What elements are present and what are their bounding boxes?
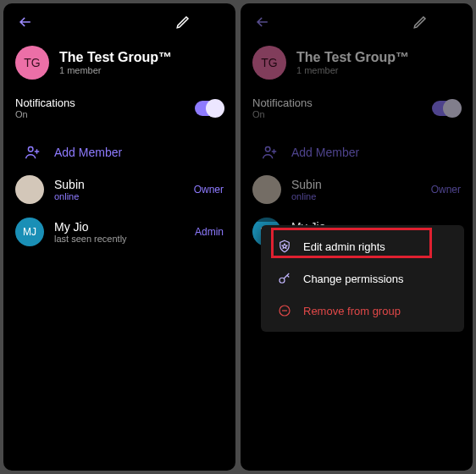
member-avatar-0: [252, 175, 281, 204]
group-avatar: TG: [15, 46, 49, 80]
svg-point-6: [450, 25, 451, 27]
member-name-1: My Jio: [54, 220, 190, 234]
shield-star-icon: [273, 239, 296, 254]
notifications-label: Notifications: [15, 96, 195, 109]
member-role-1: Admin: [195, 226, 224, 238]
svg-point-3: [28, 147, 33, 152]
ctx-change-permissions[interactable]: Change permissions: [261, 262, 464, 295]
notifications-value: On: [252, 109, 432, 119]
topbar: [241, 3, 473, 41]
svg-point-0: [213, 17, 214, 19]
member-status-0: online: [291, 191, 426, 201]
more-button[interactable]: [435, 7, 466, 37]
svg-point-2: [213, 25, 214, 27]
ctx-remove-label: Remove from group: [303, 305, 401, 317]
svg-point-1: [213, 21, 214, 23]
svg-point-8: [280, 278, 285, 283]
member-avatar-0: [15, 175, 44, 204]
add-member-icon: [252, 143, 286, 162]
svg-point-5: [450, 21, 451, 23]
ctx-edit-admin-rights[interactable]: Edit admin rights: [261, 230, 464, 262]
member-row-1[interactable]: MJ My Jio last seen recently Admin: [3, 211, 235, 253]
member-role-0: Owner: [431, 184, 461, 196]
member-role-0: Owner: [194, 184, 224, 196]
ctx-change-permissions-label: Change permissions: [303, 273, 404, 285]
group-title: The Test Group™: [296, 50, 409, 65]
group-member-count: 1 member: [296, 65, 409, 75]
svg-point-4: [450, 17, 451, 19]
member-name-0: Subin: [54, 178, 189, 191]
group-avatar: TG: [252, 46, 286, 80]
add-member-label: Add Member: [291, 146, 359, 159]
context-menu: Edit admin rights Change permissions Rem…: [261, 225, 464, 332]
add-member-row[interactable]: Add Member: [3, 136, 235, 168]
add-member-row[interactable]: Add Member: [241, 136, 473, 168]
member-row-0[interactable]: Subin online Owner: [241, 168, 473, 211]
notifications-row[interactable]: Notifications On: [3, 91, 235, 128]
phone-right: TG The Test Group™ 1 member Notification…: [241, 3, 473, 471]
notifications-toggle[interactable]: [195, 101, 224, 116]
ctx-remove-from-group[interactable]: Remove from group: [261, 295, 464, 327]
edit-button[interactable]: [405, 7, 435, 37]
notifications-label: Notifications: [252, 96, 432, 109]
member-status-0: online: [54, 191, 189, 201]
notifications-row[interactable]: Notifications On: [241, 91, 473, 128]
add-member-icon: [15, 143, 49, 162]
more-button[interactable]: [198, 7, 229, 37]
back-button[interactable]: [247, 7, 278, 37]
group-header: TG The Test Group™ 1 member: [241, 41, 473, 91]
svg-point-7: [265, 147, 270, 152]
add-member-label: Add Member: [54, 146, 122, 159]
member-status-1: last seen recently: [54, 234, 190, 244]
member-row-0[interactable]: Subin online Owner: [3, 168, 235, 211]
remove-icon: [273, 303, 296, 318]
notifications-value: On: [15, 109, 195, 119]
member-name-0: Subin: [291, 178, 426, 191]
phone-left: TG The Test Group™ 1 member Notification…: [3, 3, 235, 471]
back-button[interactable]: [10, 7, 41, 37]
edit-button[interactable]: [168, 7, 198, 37]
topbar: [3, 3, 235, 41]
key-icon: [273, 271, 296, 286]
ctx-edit-admin-label: Edit admin rights: [303, 240, 385, 253]
group-member-count: 1 member: [59, 65, 172, 75]
group-title: The Test Group™: [59, 50, 172, 65]
member-avatar-1: MJ: [15, 218, 44, 246]
group-header: TG The Test Group™ 1 member: [3, 41, 235, 91]
notifications-toggle[interactable]: [432, 101, 461, 116]
